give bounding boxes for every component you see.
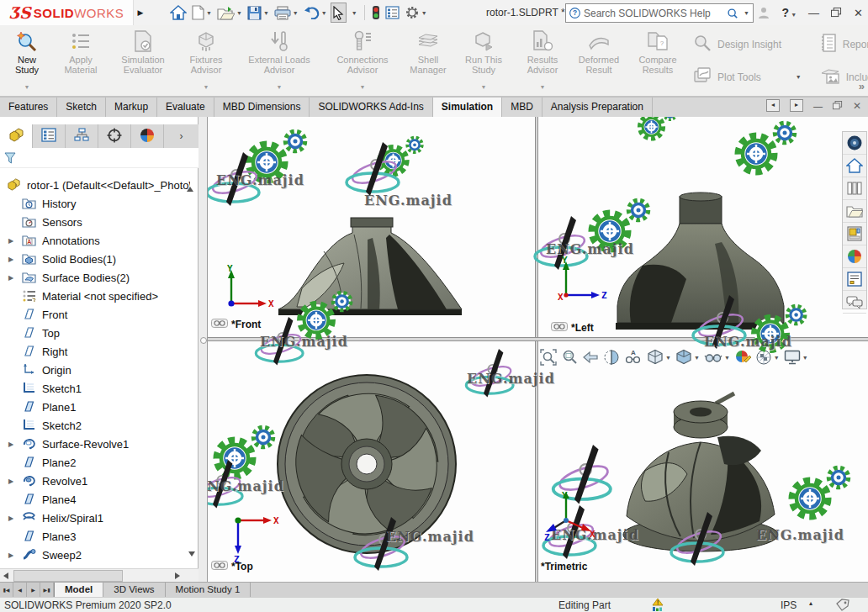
view-orientation-icon[interactable]: ▼: [647, 349, 671, 366]
forum-icon[interactable]: [843, 291, 866, 314]
panel-tab-featuremanager[interactable]: [0, 124, 33, 148]
undo-icon[interactable]: ▼: [302, 3, 329, 22]
tab-simulation[interactable]: Simulation: [433, 98, 502, 118]
help-dropdown-icon[interactable]: ▼: [791, 12, 797, 18]
doc-close-icon[interactable]: ✕: [853, 100, 861, 112]
tree-item-helix-spiral1[interactable]: ▶Helix/Spiral1: [0, 509, 190, 527]
minimize-icon[interactable]: —: [808, 7, 819, 19]
user-icon[interactable]: [757, 6, 770, 19]
magnifier-icon[interactable]: [727, 8, 738, 19]
tree-item-sketch2[interactable]: Sketch2: [0, 416, 190, 435]
expand-arrow-icon[interactable]: ▶: [8, 256, 17, 263]
tree-item-surface-bodies-2[interactable]: ▶Surface Bodies(2): [0, 268, 190, 287]
panel-splitter[interactable]: [198, 117, 208, 582]
tree-item-sweep2[interactable]: ▶Sweep2: [0, 546, 190, 564]
model-tab-model[interactable]: Model: [54, 583, 103, 597]
expand-arrow-icon[interactable]: ▶: [8, 237, 17, 245]
help-menu[interactable]: ?▼: [782, 6, 797, 19]
new-file-icon[interactable]: ▼: [190, 3, 214, 22]
tree-item-sketch1[interactable]: Sketch1: [0, 379, 190, 398]
tree-item-plane4[interactable]: Plane4: [0, 490, 190, 509]
help-icon[interactable]: ?: [782, 6, 790, 19]
annotation-visibility-icon[interactable]: A: [624, 349, 643, 366]
scrollbar-thumb[interactable]: [13, 570, 123, 582]
section-view-icon[interactable]: [603, 349, 620, 366]
home-icon[interactable]: [168, 3, 188, 22]
model-tab-3d-views[interactable]: 3D Views: [103, 583, 165, 597]
zoom-area-icon[interactable]: [561, 349, 578, 366]
expand-arrow-icon[interactable]: ▶: [8, 551, 17, 559]
tree-item-revolve1[interactable]: ▶Revolve1: [0, 472, 190, 490]
expand-arrow-icon[interactable]: ▶: [8, 441, 17, 448]
annotation-glasses-icon[interactable]: [551, 322, 568, 334]
nav-prev-icon[interactable]: ◀: [13, 583, 27, 597]
status-units[interactable]: IPS: [781, 599, 797, 611]
close-icon[interactable]: ✕: [854, 7, 863, 19]
file-explorer-icon[interactable]: [843, 200, 866, 223]
tree-item-material-not-specified[interactable]: Material <not specified>: [0, 287, 190, 305]
tree-item-sensors[interactable]: Sensors: [0, 213, 190, 231]
feature-tree-filter[interactable]: [0, 148, 198, 168]
status-warning-icon[interactable]: !: [650, 599, 664, 612]
tree-item-annotations[interactable]: ▶AAnnotations: [0, 231, 190, 250]
tab-mbd-dimensions[interactable]: MBD Dimensions: [214, 98, 310, 118]
options-gear-icon[interactable]: ▼: [403, 3, 429, 22]
tree-item-top[interactable]: Top: [0, 324, 190, 342]
tree-item-solid-bodies-1[interactable]: ▶Solid Bodies(1): [0, 250, 190, 268]
collapse-left-pane-icon[interactable]: ◂: [766, 99, 780, 112]
ribbon-overflow-chevron-icon[interactable]: »: [859, 80, 865, 92]
rebuild-traffic-light-icon[interactable]: [370, 3, 382, 22]
tree-scroll-up-icon[interactable]: [187, 187, 193, 192]
select-dropdown-icon[interactable]: ▼: [348, 3, 359, 22]
panel-tab-configurationmanager[interactable]: [66, 124, 98, 148]
print-icon[interactable]: ▼: [273, 3, 300, 22]
file-properties-icon[interactable]: [384, 3, 401, 22]
new-study-button[interactable]: New Study▼: [5, 25, 49, 96]
tree-scroll-down-icon[interactable]: [188, 551, 195, 557]
panel-tab-overflow-icon[interactable]: ›: [164, 124, 198, 148]
open-file-icon[interactable]: ▼: [215, 3, 244, 22]
search-input[interactable]: ? Search SOLIDWORKS Help ▼: [565, 3, 754, 23]
solidworks-resources-icon[interactable]: [843, 132, 866, 155]
nav-first-icon[interactable]: ▮◀: [0, 583, 13, 597]
restore-icon[interactable]: [831, 8, 842, 18]
custom-properties-icon[interactable]: [843, 268, 866, 291]
annotation-glasses-icon[interactable]: [211, 561, 228, 572]
tab-features[interactable]: Features: [0, 98, 57, 118]
nav-next-icon[interactable]: ▶: [27, 583, 40, 597]
collapse-right-pane-icon[interactable]: ▸: [790, 99, 803, 112]
panel-tab-propertymanager[interactable]: [33, 124, 66, 148]
status-tag-icon[interactable]: [836, 599, 849, 612]
new-study-dropdown-icon[interactable]: ▼: [24, 82, 30, 94]
expand-arrow-icon[interactable]: ▶: [8, 477, 17, 485]
appearances-scenes-icon[interactable]: [843, 245, 866, 268]
annotation-glasses-icon[interactable]: [211, 319, 228, 330]
tree-item-plane3[interactable]: Plane3: [0, 527, 190, 546]
select-cursor-icon[interactable]: [331, 3, 347, 23]
scroll-right-icon[interactable]: [175, 572, 180, 579]
tree-item-surface-revolve1[interactable]: ▶Surface-Revolve1: [0, 435, 190, 453]
tree-root-item[interactable]: rotor-1 (Default<<Default>_PhotoW: [0, 176, 190, 194]
tree-item-origin[interactable]: Origin: [0, 361, 190, 379]
tree-horizontal-scrollbar[interactable]: [0, 568, 198, 582]
design-library-icon[interactable]: [843, 177, 866, 200]
panel-tab-dimxpertmanager[interactable]: [98, 124, 131, 148]
view-palette-icon[interactable]: [843, 223, 866, 245]
previous-view-icon[interactable]: [582, 349, 599, 366]
nav-last-icon[interactable]: ▶▮: [40, 583, 54, 597]
tab-sketch[interactable]: Sketch: [57, 98, 106, 118]
model-tab-motion-study-1[interactable]: Motion Study 1: [166, 583, 251, 597]
save-icon[interactable]: ▼: [246, 3, 271, 22]
tree-item-front[interactable]: Front: [0, 305, 190, 324]
expand-arrow-icon[interactable]: ▶: [8, 514, 17, 522]
logo-flyout-arrow-icon[interactable]: ▶: [135, 3, 146, 22]
zoom-fit-icon[interactable]: [540, 349, 557, 366]
tab-solidworks-add-ins[interactable]: SOLIDWORKS Add-Ins: [310, 98, 432, 118]
tree-item-right[interactable]: Right: [0, 342, 190, 361]
tree-item-plane1[interactable]: Plane1: [0, 398, 190, 416]
panel-tab-displaymanager[interactable]: [131, 124, 164, 148]
expand-arrow-icon[interactable]: ▶: [8, 274, 17, 282]
units-dropdown-icon[interactable]: ▴: [809, 599, 812, 607]
doc-restore-icon[interactable]: [833, 101, 843, 110]
tab-analysis-preparation[interactable]: Analysis Preparation: [542, 98, 653, 118]
